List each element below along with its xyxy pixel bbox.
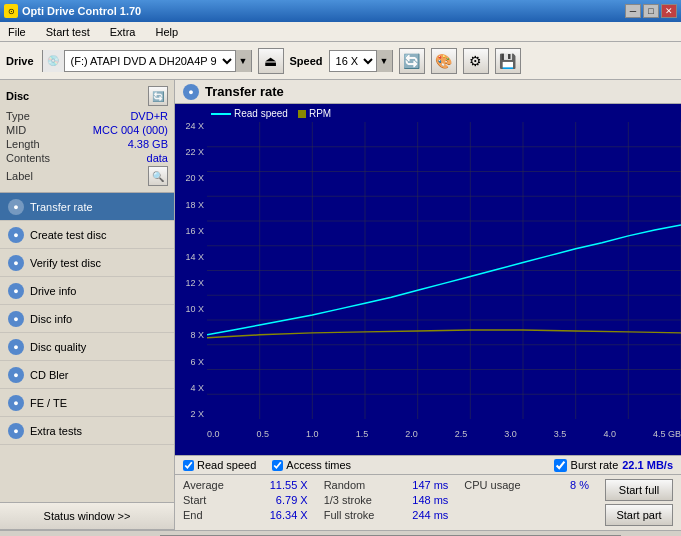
full-stroke-label: Full stroke xyxy=(324,509,375,521)
save-button[interactable]: 💾 xyxy=(495,48,521,74)
disc-mid-label: MID xyxy=(6,124,26,136)
minimize-button[interactable]: ─ xyxy=(625,4,641,18)
chart-container: Read speed RPM 24 X 22 X 20 X 18 X 16 X … xyxy=(175,104,681,455)
drive-info-label: Drive info xyxy=(30,285,76,297)
settings-button[interactable]: ⚙ xyxy=(463,48,489,74)
drive-info-icon: ● xyxy=(8,283,24,299)
menu-help[interactable]: Help xyxy=(151,24,182,40)
random-label: Random xyxy=(324,479,366,491)
maximize-button[interactable]: □ xyxy=(643,4,659,18)
titlebar-buttons: ─ □ ✕ xyxy=(625,4,677,18)
start-row: Start 6.79 X xyxy=(183,494,308,506)
fe-te-icon: ● xyxy=(8,395,24,411)
menu-file[interactable]: File xyxy=(4,24,30,40)
disc-contents-label: Contents xyxy=(6,152,50,164)
extra-tests-label: Extra tests xyxy=(30,425,82,437)
cpu-usage-row: CPU usage 8 % xyxy=(464,479,589,491)
sidebar-item-disc-info[interactable]: ● Disc info xyxy=(0,305,174,333)
burst-rate-display: Burst rate 22.1 MB/s xyxy=(554,459,673,472)
verify-test-disc-icon: ● xyxy=(8,255,24,271)
statusbar: Test completed 100.0% 00:02 xyxy=(0,530,681,536)
random-row: Random 147 ms xyxy=(324,479,449,491)
transfer-rate-label: Transfer rate xyxy=(30,201,93,213)
refresh-button[interactable]: 🔄 xyxy=(399,48,425,74)
stats-col-1: Average 11.55 X Start 6.79 X End 16.34 X xyxy=(183,479,308,526)
read-speed-checkbox[interactable] xyxy=(183,460,194,471)
status-window-button[interactable]: Status window >> xyxy=(0,502,174,530)
disc-contents-value: data xyxy=(147,152,168,164)
average-value: 11.55 X xyxy=(258,479,308,491)
burst-rate-value: 22.1 MB/s xyxy=(622,459,673,471)
burst-rate-checkbox[interactable] xyxy=(554,459,567,472)
speed-select[interactable]: 16 X MAX 2 X 4 X 8 X xyxy=(330,51,376,71)
start-part-button[interactable]: Start part xyxy=(605,504,673,526)
disc-length-label: Length xyxy=(6,138,40,150)
sidebar-item-drive-info[interactable]: ● Drive info xyxy=(0,277,174,305)
sidebar-item-create-test-disc[interactable]: ● Create test disc xyxy=(0,221,174,249)
stats-col-3: CPU usage 8 % xyxy=(464,479,589,526)
read-speed-checkbox-item: Read speed xyxy=(183,459,256,471)
content-panel: ● Transfer rate Read speed RPM 24 X 22 X xyxy=(175,80,681,530)
legend-read-speed: Read speed xyxy=(211,108,288,119)
sidebar-item-fe-te[interactable]: ● FE / TE xyxy=(0,389,174,417)
color-button[interactable]: 🎨 xyxy=(431,48,457,74)
disc-type-value: DVD+R xyxy=(130,110,168,122)
transfer-rate-icon: ● xyxy=(8,199,24,215)
start-full-button[interactable]: Start full xyxy=(605,479,673,501)
drive-icon: 💿 xyxy=(43,50,65,72)
stats-col-2: Random 147 ms 1/3 stroke 148 ms Full str… xyxy=(324,479,449,526)
drive-select[interactable]: (F:) ATAPI DVD A DH20A4P 9P53 xyxy=(65,51,235,71)
disc-quality-label: Disc quality xyxy=(30,341,86,353)
access-times-checkbox-label: Access times xyxy=(286,459,351,471)
random-value: 147 ms xyxy=(398,479,448,491)
access-times-checkbox-item: Access times xyxy=(272,459,351,471)
menu-start-test[interactable]: Start test xyxy=(42,24,94,40)
drive-label: Drive xyxy=(6,55,34,67)
menu-extra[interactable]: Extra xyxy=(106,24,140,40)
disc-label-row: Label 🔍 xyxy=(6,166,168,186)
sidebar: Disc 🔄 Type DVD+R MID MCC 004 (000) Leng… xyxy=(0,80,175,530)
eject-button[interactable]: ⏏ xyxy=(258,48,284,74)
stats-buttons: Start full Start part xyxy=(605,479,673,526)
end-value: 16.34 X xyxy=(258,509,308,521)
sidebar-item-disc-quality[interactable]: ● Disc quality xyxy=(0,333,174,361)
disc-length-value: 4.38 GB xyxy=(128,138,168,150)
average-row: Average 11.55 X xyxy=(183,479,308,491)
app-icon: ⊙ xyxy=(4,4,18,18)
sidebar-item-transfer-rate[interactable]: ● Transfer rate xyxy=(0,193,174,221)
read-speed-color xyxy=(211,113,231,115)
speed-dropdown-arrow[interactable]: ▼ xyxy=(376,50,392,72)
close-button[interactable]: ✕ xyxy=(661,4,677,18)
end-row: End 16.34 X xyxy=(183,509,308,521)
sidebar-item-verify-test-disc[interactable]: ● Verify test disc xyxy=(0,249,174,277)
chart-grid xyxy=(207,122,681,419)
disc-contents-row: Contents data xyxy=(6,152,168,164)
disc-mid-value: MCC 004 (000) xyxy=(93,124,168,136)
stroke-1-3-label: 1/3 stroke xyxy=(324,494,372,506)
nav-items: ● Transfer rate ● Create test disc ● Ver… xyxy=(0,193,174,502)
status-window-label: Status window >> xyxy=(44,510,131,522)
read-speed-checkbox-label: Read speed xyxy=(197,459,256,471)
chart-legend: Read speed RPM xyxy=(211,108,331,119)
create-test-disc-label: Create test disc xyxy=(30,229,106,241)
disc-refresh-button[interactable]: 🔄 xyxy=(148,86,168,106)
disc-mid-row: MID MCC 004 (000) xyxy=(6,124,168,136)
disc-type-label: Type xyxy=(6,110,30,122)
drive-dropdown-arrow[interactable]: ▼ xyxy=(235,50,251,72)
sidebar-item-extra-tests[interactable]: ● Extra tests xyxy=(0,417,174,445)
main-layout: Disc 🔄 Type DVD+R MID MCC 004 (000) Leng… xyxy=(0,80,681,530)
verify-test-disc-label: Verify test disc xyxy=(30,257,101,269)
speed-select-wrap: 16 X MAX 2 X 4 X 8 X ▼ xyxy=(329,50,393,72)
full-stroke-value: 244 ms xyxy=(398,509,448,521)
rpm-color xyxy=(298,110,306,118)
app-title: Opti Drive Control 1.70 xyxy=(22,5,141,17)
disc-header: Disc 🔄 xyxy=(6,86,168,106)
legend-rpm: RPM xyxy=(298,108,331,119)
sidebar-item-cd-bler[interactable]: ● CD Bler xyxy=(0,361,174,389)
disc-section: Disc 🔄 Type DVD+R MID MCC 004 (000) Leng… xyxy=(0,80,174,193)
cpu-usage-label: CPU usage xyxy=(464,479,520,491)
full-stroke-row: Full stroke 244 ms xyxy=(324,509,449,521)
access-times-checkbox[interactable] xyxy=(272,460,283,471)
disc-title: Disc xyxy=(6,90,29,102)
disc-label-button[interactable]: 🔍 xyxy=(148,166,168,186)
